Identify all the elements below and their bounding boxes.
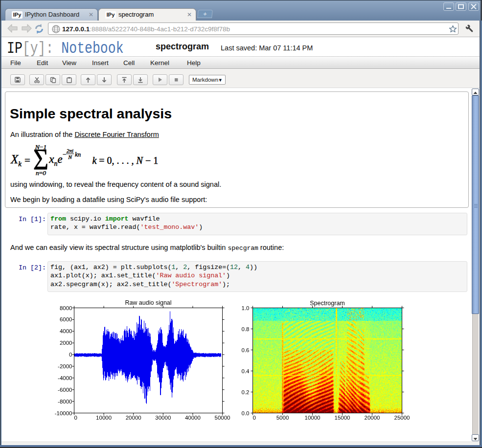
svg-text:-4000: -4000	[58, 375, 72, 381]
svg-text:-6000: -6000	[58, 387, 72, 393]
svg-text:0.0: 0.0	[242, 410, 250, 416]
svg-text:4000: 4000	[60, 328, 72, 334]
svg-text:0.8: 0.8	[242, 326, 250, 332]
svg-text:50000: 50000	[215, 415, 230, 421]
svg-text:1.0: 1.0	[242, 305, 250, 311]
svg-text:25000: 25000	[394, 415, 410, 421]
svg-text:6000: 6000	[60, 316, 72, 322]
svg-text:20000: 20000	[126, 415, 141, 421]
svg-text:0.2: 0.2	[242, 389, 250, 395]
svg-text:-10000: -10000	[55, 410, 72, 416]
svg-text:Spectrogram: Spectrogram	[310, 300, 345, 307]
svg-text:20000: 20000	[365, 415, 380, 421]
svg-text:0: 0	[69, 352, 72, 358]
svg-text:0.4: 0.4	[242, 368, 250, 374]
svg-text:8000: 8000	[60, 305, 72, 311]
svg-text:Raw audio signal: Raw audio signal	[125, 299, 171, 306]
svg-text:0: 0	[74, 415, 77, 421]
svg-text:-2000: -2000	[58, 363, 72, 369]
svg-text:0.6: 0.6	[242, 347, 250, 353]
svg-text:0: 0	[253, 415, 256, 421]
svg-text:15000: 15000	[335, 415, 350, 421]
svg-text:10000: 10000	[305, 415, 321, 421]
svg-text:10000: 10000	[96, 415, 112, 421]
svg-text:40000: 40000	[185, 415, 201, 421]
svg-text:-8000: -8000	[58, 399, 72, 404]
svg-text:5000: 5000	[276, 415, 289, 421]
svg-text:2000: 2000	[60, 340, 72, 346]
svg-text:30000: 30000	[155, 415, 171, 421]
